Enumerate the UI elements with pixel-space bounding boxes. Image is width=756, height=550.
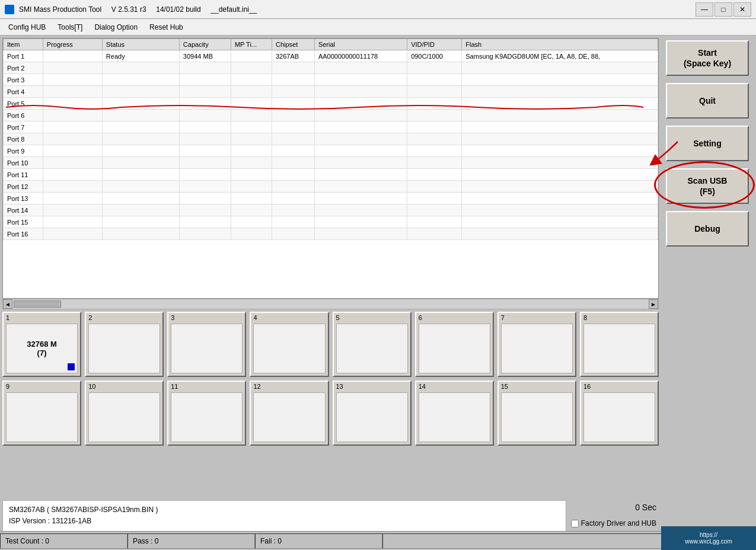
right-panel: Start(Space Key) Quit Setting Scan USB(F… <box>661 36 756 550</box>
panel-indicator <box>68 363 75 370</box>
main-area: Item Progress Status Capacity MP Ti... C… <box>0 36 756 550</box>
panel-number: 3 <box>168 313 245 322</box>
maximize-button[interactable]: □ <box>714 2 732 17</box>
port-panel-8: 8 <box>580 312 659 377</box>
factory-checkbox-area: Factory Driver and HUB <box>571 517 656 527</box>
port-panel-6: 6 <box>415 312 494 377</box>
scan-usb-button[interactable]: Scan USB(F5) <box>666 168 749 204</box>
port-panel-12: 12 <box>250 380 328 446</box>
panel-inner-15 <box>501 392 573 442</box>
fail-cell: Fail : 0 <box>255 533 382 549</box>
col-item: Item <box>4 39 43 50</box>
panel-number: 15 <box>499 382 575 391</box>
port-panel-13: 13 <box>333 380 412 446</box>
quit-button[interactable]: Quit <box>666 83 749 119</box>
scroll-thumb[interactable] <box>14 300 61 308</box>
table-row: Port 16 <box>4 228 658 240</box>
horizontal-scrollbar[interactable]: ◄ ► <box>2 299 659 309</box>
port-panel-15: 15 <box>497 380 576 446</box>
table-row: Port 10 <box>4 157 658 169</box>
watermark-inner: https:// www.wxcLgg.com <box>685 532 732 545</box>
minimize-button[interactable]: — <box>696 2 713 17</box>
scroll-track[interactable] <box>12 299 649 309</box>
table-body: Port 1Ready30944 MB3267ABAA0000000001117… <box>4 50 658 240</box>
table-row: Port 13 <box>4 193 658 204</box>
panel-number: 14 <box>416 382 493 391</box>
port-table: Item Progress Status Capacity MP Ti... C… <box>3 39 658 240</box>
col-progress: Progress <box>43 39 102 50</box>
col-vidpid: VID/PID <box>407 39 462 50</box>
table-row: Port 2 <box>4 62 658 74</box>
timer-display: 0 Sec <box>609 500 656 512</box>
title-text: SMI Mass Production Tool V 2.5.31 r3 14/… <box>19 5 257 14</box>
panel-inner-7 <box>501 324 573 373</box>
panel-number: 2 <box>86 313 162 322</box>
table-row: Port 3 <box>4 74 658 86</box>
menu-config-hub[interactable]: Config HUB <box>2 21 52 34</box>
left-content: Item Progress Status Capacity MP Ti... C… <box>0 36 661 550</box>
col-flash: Flash <box>462 39 658 50</box>
table-row: Port 5 <box>4 98 658 110</box>
menu-reset-hub[interactable]: Reset Hub <box>143 21 189 34</box>
info-line1: SM3267AB ( SM3267ABISP-ISPSA19nm.BIN ) <box>9 504 560 516</box>
panel-number: 16 <box>581 382 658 391</box>
panels-row2: 910111213141516 <box>2 380 659 446</box>
watermark-line2: www.wxcLgg.com <box>685 538 732 545</box>
port-panel-9: 9 <box>2 380 81 446</box>
build-date: 14/01/02 build <box>156 5 200 14</box>
factory-driver-label: Factory Driver and HUB <box>581 519 656 527</box>
title-controls: — □ ✕ <box>696 2 751 17</box>
port-table-container[interactable]: Item Progress Status Capacity MP Ti... C… <box>2 38 659 299</box>
panel-number: 5 <box>334 313 410 322</box>
scroll-right-arrow[interactable]: ► <box>649 299 658 309</box>
info-line2: ISP Version : 131216-1AB <box>9 516 560 527</box>
panel-inner-5 <box>336 324 408 373</box>
panel-inner-9 <box>6 392 78 442</box>
port-panel-10: 10 <box>85 380 164 446</box>
panel-inner-11 <box>171 392 243 442</box>
panel-number: 6 <box>416 313 493 322</box>
col-capacity: Capacity <box>179 39 231 50</box>
test-count-cell: Test Count : 0 <box>0 533 127 549</box>
panel-number: 1 <box>4 313 80 322</box>
debug-button[interactable]: Debug <box>666 211 749 247</box>
col-serial: Serial <box>314 39 407 50</box>
panel-inner-1: 32768 M(7) <box>6 324 78 373</box>
panel-inner-10 <box>88 392 160 442</box>
app-name: SMI Mass Production Tool <box>19 5 101 14</box>
panel-number: 8 <box>581 313 658 322</box>
title-bar: SMI Mass Production Tool V 2.5.31 r3 14/… <box>0 0 756 19</box>
port-panel-1: 132768 M(7) <box>2 312 81 377</box>
menu-bar: Config HUB Tools[T] Dialog Option Reset … <box>0 19 756 36</box>
app-icon <box>5 5 14 14</box>
port-panel-11: 11 <box>167 380 246 446</box>
panel-number: 7 <box>499 313 575 322</box>
factory-driver-checkbox[interactable] <box>571 520 579 527</box>
table-row: Port 11 <box>4 169 658 181</box>
watermark: https:// www.wxcLgg.com <box>661 526 756 550</box>
port-panel-7: 7 <box>497 312 576 377</box>
table-row: Port 6 <box>4 110 658 121</box>
table-row: Port 4 <box>4 86 658 98</box>
panel-inner-8 <box>583 324 655 373</box>
table-row: Port 8 <box>4 133 658 145</box>
table-row: Port 14 <box>4 204 658 216</box>
port-panels: 132768 M(7)2345678 910111213141516 <box>0 309 661 498</box>
menu-dialog-option[interactable]: Dialog Option <box>88 21 143 34</box>
port-panel-3: 3 <box>167 312 246 377</box>
menu-tools[interactable]: Tools[T] <box>52 21 88 34</box>
col-mptime: MP Ti... <box>231 39 272 50</box>
scroll-left-arrow[interactable]: ◄ <box>3 299 12 309</box>
panel-inner-6 <box>419 324 490 373</box>
setting-button[interactable]: Setting <box>666 126 749 161</box>
panel-inner-4 <box>253 324 325 373</box>
start-button[interactable]: Start(Space Key) <box>666 40 749 76</box>
port-panel-2: 2 <box>85 312 164 377</box>
table-row: Port 12 <box>4 181 658 193</box>
panel-number: 12 <box>251 382 327 391</box>
panel-content: 32768 M(7) <box>27 340 57 357</box>
title-left: SMI Mass Production Tool V 2.5.31 r3 14/… <box>5 5 257 14</box>
close-button[interactable]: ✕ <box>733 2 751 17</box>
panel-inner-13 <box>336 392 408 442</box>
col-status: Status <box>102 39 179 50</box>
